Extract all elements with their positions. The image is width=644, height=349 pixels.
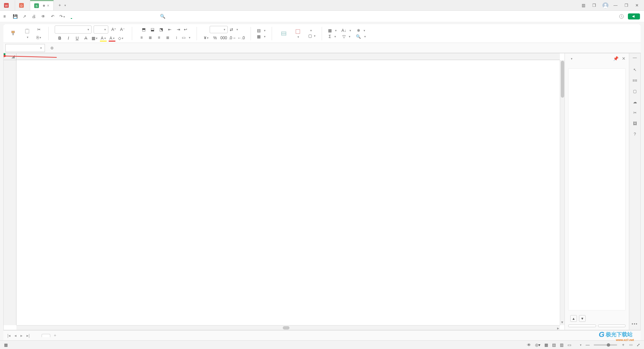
justify-icon[interactable]: ≣: [164, 34, 171, 41]
status-icon[interactable]: ▦: [4, 343, 8, 347]
spreadsheet[interactable]: ▾ ▸: [3, 53, 565, 330]
layout-icon[interactable]: ▢: [633, 89, 637, 94]
sort-button[interactable]: A↓▾: [341, 28, 351, 33]
zoom-out-icon[interactable]: —: [586, 343, 590, 347]
tab-insert[interactable]: [79, 14, 80, 18]
fill-button[interactable]: ▦▾: [328, 28, 337, 33]
orientation-icon[interactable]: ↕: [173, 34, 180, 41]
settings-icon[interactable]: ≡≡: [632, 78, 637, 83]
format-button[interactable]: ▢▾: [308, 34, 316, 38]
align-middle-icon[interactable]: ⬓: [149, 26, 156, 33]
undo-icon[interactable]: ↶: [50, 14, 55, 19]
clear-format-icon[interactable]: ◇▾: [117, 35, 124, 42]
scroll-thumb[interactable]: [283, 326, 289, 330]
cells-grid[interactable]: [16, 60, 560, 325]
border-icon[interactable]: ▦▾: [91, 35, 98, 42]
select-all-corner[interactable]: [4, 53, 16, 60]
convert-button[interactable]: ⇄▾: [230, 27, 238, 32]
tab-data[interactable]: [103, 14, 104, 18]
strike-icon[interactable]: A: [83, 35, 89, 42]
decrease-font-icon[interactable]: A⁻: [119, 26, 126, 33]
scroll-down-icon[interactable]: ▾: [561, 320, 563, 325]
bring-forward-icon[interactable]: ▴: [570, 315, 577, 322]
more-icon[interactable]: •••: [632, 322, 638, 327]
indent-dec-icon[interactable]: ⇤: [166, 26, 173, 33]
share-button[interactable]: [628, 13, 640, 19]
minimize-button[interactable]: —: [613, 3, 618, 8]
font-size-combo[interactable]: ▾: [94, 26, 108, 34]
close-icon[interactable]: ✕: [622, 56, 626, 61]
close-button[interactable]: ✕: [635, 3, 639, 8]
table-style-button[interactable]: [278, 31, 289, 37]
print-icon[interactable]: 🖨: [31, 14, 37, 19]
maximize-button[interactable]: ❐: [624, 3, 629, 8]
sum-button[interactable]: Σ▾: [329, 34, 336, 39]
show-all-button[interactable]: [568, 325, 596, 327]
tab-member[interactable]: [135, 14, 137, 18]
new-tab-button[interactable]: ＋▾: [54, 0, 70, 10]
redo-icon[interactable]: ↷▾: [59, 14, 65, 19]
currency-icon[interactable]: ¥▾: [203, 35, 210, 41]
tab-review[interactable]: [111, 14, 112, 18]
eye-icon[interactable]: 👁: [527, 343, 531, 347]
next-sheet-icon[interactable]: ▸: [19, 333, 24, 338]
inc-decimal-icon[interactable]: .0→: [229, 35, 236, 41]
save-icon[interactable]: 💾: [12, 14, 18, 19]
italic-icon[interactable]: I: [65, 35, 72, 42]
zoom-fx-icon[interactable]: ⊕: [50, 46, 54, 50]
format-painter-button[interactable]: [7, 30, 19, 37]
tab-tools[interactable]: [127, 14, 128, 18]
font-color-icon[interactable]: A▾: [109, 35, 115, 42]
add-sheet-icon[interactable]: ＋: [52, 333, 58, 338]
search-icon[interactable]: 🔍: [159, 12, 166, 21]
align-bottom-icon[interactable]: ⬔: [158, 26, 164, 33]
user-avatar[interactable]: [602, 2, 607, 8]
align-right-icon[interactable]: ≡: [156, 34, 162, 41]
tab-home[interactable]: [71, 14, 72, 19]
app-tab-wps[interactable]: W: [0, 0, 15, 10]
tab-efficiency[interactable]: [143, 14, 145, 18]
send-backward-icon[interactable]: ▾: [579, 315, 586, 322]
tab-formula[interactable]: [95, 14, 96, 18]
expand-icon[interactable]: ⤢: [637, 343, 640, 347]
prev-sheet-icon[interactable]: ◂: [13, 333, 18, 338]
name-box[interactable]: ▾: [5, 44, 45, 52]
tab-page[interactable]: [87, 14, 88, 18]
reading-mode-icon[interactable]: ▭: [568, 343, 571, 347]
zoom-in-icon[interactable]: ＋: [621, 342, 625, 348]
ime-indicator[interactable]: [629, 344, 633, 346]
vertical-scrollbar[interactable]: ▾: [560, 60, 565, 325]
comma-icon[interactable]: 000: [220, 35, 227, 41]
tools-icon[interactable]: ✂: [633, 110, 637, 115]
formula-input[interactable]: [60, 44, 641, 52]
view-page-icon[interactable]: ▤: [552, 343, 556, 347]
hamburger-icon[interactable]: ≡: [3, 14, 6, 19]
font-name-combo[interactable]: ▾: [55, 26, 92, 34]
rowcol-button[interactable]: ▤▾: [257, 28, 266, 33]
underline-icon[interactable]: U: [74, 35, 80, 42]
panel-toggle-icon[interactable]: ▥: [581, 3, 586, 8]
cube-icon[interactable]: ❒: [592, 3, 596, 8]
scroll-thumb[interactable]: [561, 61, 564, 98]
tab-view[interactable]: [119, 14, 120, 18]
view-break-icon[interactable]: ▥: [560, 343, 564, 347]
number-format-combo[interactable]: ▾: [210, 26, 228, 33]
export-icon[interactable]: ↗: [22, 14, 27, 19]
worksheet-button[interactable]: ▦▾: [257, 34, 266, 39]
fill-color-icon[interactable]: A▾: [100, 35, 107, 42]
horizontal-scrollbar[interactable]: ▸: [16, 325, 560, 330]
modified-badge[interactable]: [619, 14, 625, 19]
hide-all-button[interactable]: [598, 325, 626, 327]
filter-button[interactable]: ▽▾: [342, 34, 351, 39]
app-tab-template[interactable]: D: [15, 0, 30, 10]
align-top-icon[interactable]: ⬒: [140, 26, 147, 33]
zoom-slider[interactable]: [594, 344, 617, 346]
increase-font-icon[interactable]: A⁺: [110, 26, 117, 33]
cut-icon[interactable]: ✂: [36, 26, 42, 33]
image-icon[interactable]: 🖼: [633, 121, 637, 126]
last-sheet-icon[interactable]: ▸|: [25, 333, 31, 338]
collapse-rail-icon[interactable]: —: [633, 55, 637, 60]
indent-inc-icon[interactable]: ⇥: [175, 26, 182, 33]
align-left-icon[interactable]: ≡: [138, 34, 145, 41]
focus-icon[interactable]: ◎▾: [535, 343, 540, 347]
